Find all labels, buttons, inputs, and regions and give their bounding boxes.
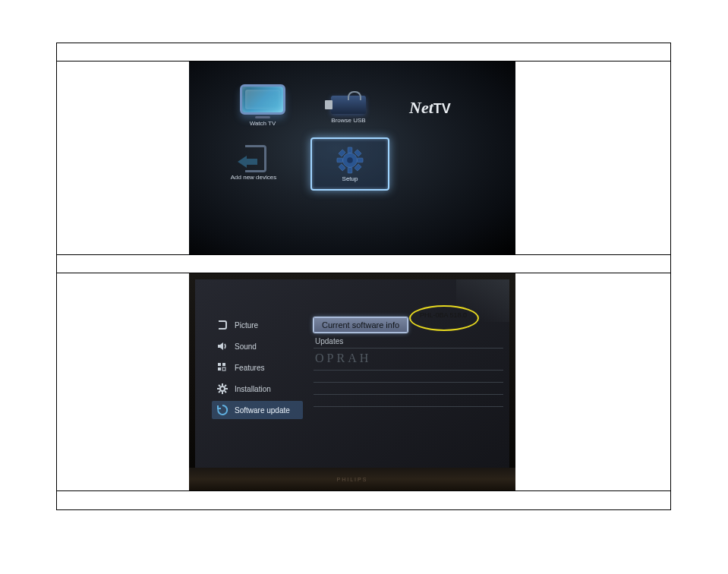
tile-browse-usb[interactable]: Browse USB	[326, 88, 371, 124]
menu-label: Sound	[235, 342, 257, 351]
menu-label: Software update	[235, 406, 290, 415]
svg-rect-3	[337, 158, 343, 162]
table-row: Watch TV Browse USB Net TV Add	[57, 62, 670, 255]
gear-icon	[336, 146, 364, 175]
nettv-tv-text: TV	[433, 101, 451, 117]
menu-item-installation[interactable]: Installation	[212, 380, 303, 398]
tile-watch-tv[interactable]: Watch TV	[235, 84, 291, 127]
menu-item-sound[interactable]: Sound	[212, 337, 303, 355]
tv-brand-logo: PHILIPS	[337, 477, 368, 482]
tv-screen-area: Picture Sound Features	[195, 279, 509, 468]
software-version-text: PHL-0BA 518.0	[420, 311, 467, 319]
tile-setup-selected[interactable]: Setup	[310, 137, 389, 191]
document-table: Watch TV Browse USB Net TV Add	[56, 43, 671, 510]
svg-rect-11	[222, 363, 225, 366]
tv-software-update-screenshot: Picture Sound Features	[189, 273, 515, 490]
tile-label: Browse USB	[326, 117, 371, 124]
menu-item-picture[interactable]: Picture	[212, 316, 303, 334]
table-spacer-row	[57, 255, 670, 273]
panel-empty-row	[314, 383, 503, 395]
menu-label: Installation	[235, 385, 271, 393]
svg-rect-1	[348, 147, 352, 153]
svg-point-14	[220, 386, 225, 391]
menu-label: Picture	[235, 321, 258, 330]
tv-icon	[240, 84, 285, 115]
installation-gear-icon	[216, 383, 228, 395]
tile-label: Add new devices	[219, 174, 288, 181]
software-update-panel: Current software info Updates OPRAH	[314, 317, 503, 407]
menu-item-features[interactable]: Features	[212, 358, 303, 377]
svg-rect-12	[218, 367, 221, 371]
tile-label: Watch TV	[235, 120, 291, 127]
table-row: Picture Sound Features	[57, 273, 670, 491]
tile-add-new-devices[interactable]: Add new devices	[219, 145, 288, 181]
features-icon	[216, 361, 228, 374]
tv-stand-icon	[255, 116, 270, 118]
tile-net-tv[interactable]: Net TV	[409, 98, 451, 118]
nettv-logo: Net TV	[409, 98, 451, 118]
table-cell: Picture Sound Features	[57, 273, 670, 490]
svg-point-9	[347, 157, 353, 163]
updates-item[interactable]: Updates	[314, 336, 503, 348]
tv-bezel: PHILIPS	[189, 468, 515, 490]
add-device-icon	[235, 145, 273, 172]
svg-rect-2	[348, 168, 352, 174]
panel-empty-row	[314, 371, 503, 383]
tv-home-menu-screenshot: Watch TV Browse USB Net TV Add	[189, 62, 515, 254]
menu-item-software-update-selected[interactable]: Software update	[212, 401, 303, 419]
sound-icon	[216, 340, 228, 352]
table-cell: Watch TV Browse USB Net TV Add	[57, 62, 670, 254]
tile-label: Setup	[342, 175, 358, 182]
background-watermark: OPRAH	[314, 348, 503, 371]
usb-icon	[331, 96, 366, 114]
current-software-info-button[interactable]: Current software info	[314, 317, 408, 333]
table-spacer-row	[57, 43, 670, 62]
table-spacer-row	[57, 491, 670, 509]
settings-side-menu: Picture Sound Features	[212, 316, 303, 422]
svg-rect-10	[218, 363, 221, 366]
menu-label: Features	[235, 364, 264, 372]
nettv-net-text: Net	[409, 98, 433, 118]
svg-rect-4	[358, 158, 364, 162]
update-icon	[216, 404, 228, 416]
picture-icon	[216, 319, 228, 331]
panel-empty-row	[314, 395, 503, 407]
svg-rect-13	[222, 367, 225, 371]
